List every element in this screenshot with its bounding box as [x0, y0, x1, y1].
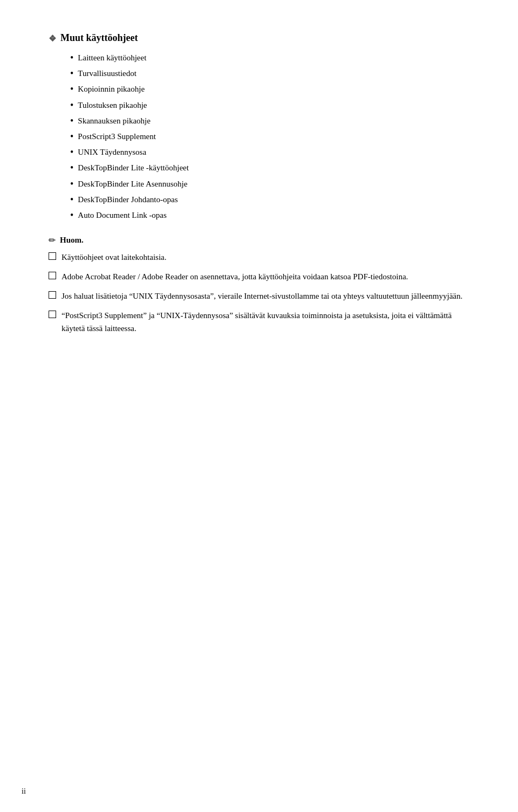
- list-item-text: Kopioinnin pikaohje: [78, 82, 145, 95]
- checkbox-icon: [49, 291, 56, 299]
- note-item-text: Jos haluat lisätietoja “UNIX Täydennysos…: [62, 290, 469, 302]
- note-item-text: Adobe Acrobat Reader / Adobe Reader on a…: [62, 270, 469, 283]
- checkbox-icon: [49, 252, 56, 260]
- bullet-icon: •: [70, 99, 73, 112]
- list-item-text: DeskTopBinder Lite Asennusohje: [78, 177, 187, 190]
- note-items-list: Käyttöohjeet ovat laitekohtaisia. Adobe …: [49, 251, 469, 335]
- bullet-icon: •: [70, 82, 73, 96]
- list-item-text: Laitteen käyttöohjeet: [78, 51, 146, 64]
- page-content: ❖ Muut käyttöohjeet • Laitteen käyttöohj…: [0, 0, 518, 374]
- list-item: • Skannauksen pikaohje: [70, 114, 469, 128]
- note-item: Adobe Acrobat Reader / Adobe Reader on a…: [49, 270, 469, 283]
- list-item-text: UNIX Täydennysosa: [78, 146, 146, 159]
- list-item: • DeskTopBinder Lite -käyttöohjeet: [70, 161, 469, 175]
- list-item-text: Skannauksen pikaohje: [78, 114, 151, 127]
- section-heading: ❖ Muut käyttöohjeet: [49, 32, 469, 44]
- list-item: • DeskTopBinder Lite Asennusohje: [70, 177, 469, 191]
- note-item-text: Käyttöohjeet ovat laitekohtaisia.: [62, 251, 469, 264]
- note-heading-text: Huom.: [60, 236, 84, 245]
- bullet-icon: •: [70, 193, 73, 207]
- note-item: Jos haluat lisätietoja “UNIX Täydennysos…: [49, 290, 469, 302]
- list-item: • DeskTopBinder Johdanto-opas: [70, 193, 469, 207]
- bullet-icon: •: [70, 209, 73, 222]
- diamond-icon: ❖: [49, 33, 56, 44]
- bullet-icon: •: [70, 67, 73, 80]
- bullet-icon: •: [70, 177, 73, 191]
- checkbox-icon: [49, 311, 56, 318]
- list-item-text: Turvallisuustiedot: [78, 67, 137, 80]
- list-item: • PostScript3 Supplement: [70, 130, 469, 143]
- list-item: • Kopioinnin pikaohje: [70, 82, 469, 96]
- list-item: • Laitteen käyttöohjeet: [70, 51, 469, 65]
- list-item: • Turvallisuustiedot: [70, 67, 469, 80]
- page-number: ii: [22, 787, 26, 795]
- page-footer: ii: [22, 787, 26, 796]
- list-item-text: PostScript3 Supplement: [78, 130, 156, 143]
- list-item-text: DeskTopBinder Johdanto-opas: [78, 193, 178, 206]
- note-section: ✏ Huom. Käyttöohjeet ovat laitekohtaisia…: [49, 235, 469, 335]
- section-title: Muut käyttöohjeet: [60, 32, 138, 44]
- bullet-icon: •: [70, 130, 73, 143]
- list-item: • UNIX Täydennysosa: [70, 146, 469, 159]
- bullet-icon: •: [70, 114, 73, 128]
- list-item-text: DeskTopBinder Lite -käyttöohjeet: [78, 161, 189, 174]
- bullet-icon: •: [70, 161, 73, 175]
- note-item-text: “PostScript3 Supplement” ja “UNIX-Täyden…: [62, 309, 469, 335]
- note-item: Käyttöohjeet ovat laitekohtaisia.: [49, 251, 469, 264]
- list-item-text: Auto Document Link -opas: [78, 209, 167, 222]
- bullet-icon: •: [70, 51, 73, 65]
- bullet-icon: •: [70, 146, 73, 159]
- note-item: “PostScript3 Supplement” ja “UNIX-Täyden…: [49, 309, 469, 335]
- bullet-list: • Laitteen käyttöohjeet • Turvallisuusti…: [70, 51, 469, 222]
- list-item-text: Tulostuksen pikaohje: [78, 99, 147, 112]
- pencil-icon: ✏: [49, 235, 56, 245]
- checkbox-icon: [49, 272, 56, 279]
- note-heading: ✏ Huom.: [49, 235, 469, 245]
- list-item: • Tulostuksen pikaohje: [70, 99, 469, 112]
- list-item: • Auto Document Link -opas: [70, 209, 469, 222]
